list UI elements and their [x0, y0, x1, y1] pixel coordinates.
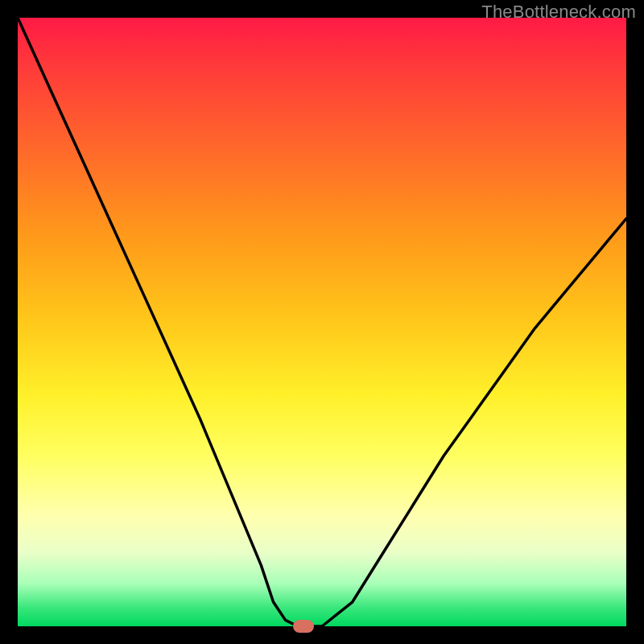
bottleneck-curve — [18, 18, 626, 626]
chart-plot-area — [18, 18, 626, 626]
watermark-text: TheBottleneck.com — [481, 2, 636, 23]
optimal-point-marker — [293, 620, 314, 633]
chart-frame: TheBottleneck.com — [0, 0, 644, 644]
